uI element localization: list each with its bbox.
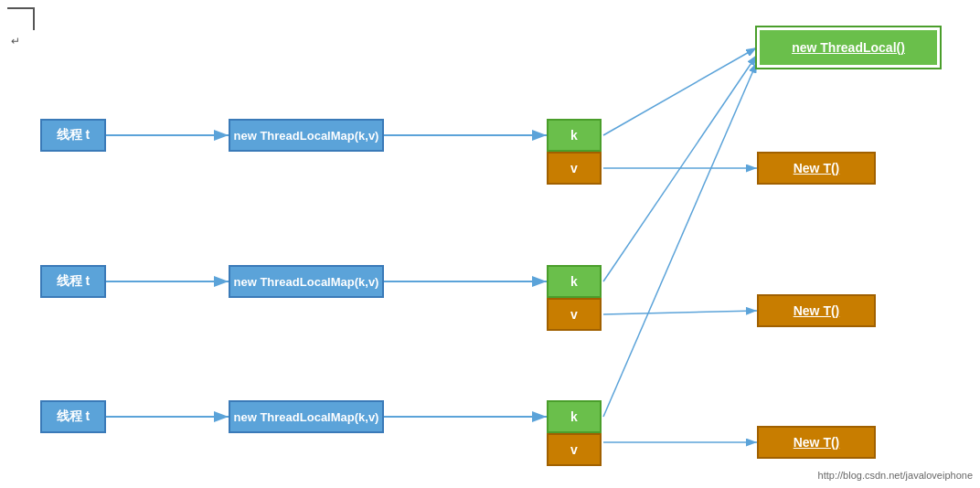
map-label-row1: new ThreadLocalMap(k,v) <box>234 129 379 143</box>
val-box-row3: v <box>547 433 602 466</box>
threadlocal-label: new ThreadLocal() <box>792 40 905 55</box>
svg-line-9 <box>603 62 757 417</box>
key-label-row2: k <box>570 274 578 289</box>
newt-label-row2: New T() <box>794 303 840 318</box>
thread-box-row2: 线程 t <box>40 265 106 298</box>
key-label-row1: k <box>570 128 578 143</box>
thread-label-row1: 线程 t <box>57 127 91 143</box>
corner-decoration <box>7 7 35 30</box>
key-box-row3: k <box>547 400 602 433</box>
thread-label-row2: 线程 t <box>57 273 91 290</box>
threadlocal-box: new ThreadLocal() <box>757 27 940 68</box>
arrows-svg <box>0 0 980 488</box>
map-box-row3: new ThreadLocalMap(k,v) <box>229 400 384 433</box>
svg-line-8 <box>603 55 757 281</box>
map-label-row3: new ThreadLocalMap(k,v) <box>234 410 379 424</box>
map-box-row1: new ThreadLocalMap(k,v) <box>229 119 384 152</box>
map-label-row2: new ThreadLocalMap(k,v) <box>234 275 379 289</box>
watermark: http://blog.csdn.net/javaloveiphone <box>818 470 973 481</box>
val-label-row1: v <box>570 161 578 175</box>
svg-line-11 <box>603 311 757 314</box>
thread-box-row3: 线程 t <box>40 400 106 433</box>
thread-box-row1: 线程 t <box>40 119 106 152</box>
thread-label-row3: 线程 t <box>57 408 91 425</box>
val-box-row1: v <box>547 152 602 185</box>
newt-box-row1: New T() <box>757 152 876 185</box>
key-box-row1: k <box>547 119 602 152</box>
map-box-row2: new ThreadLocalMap(k,v) <box>229 265 384 298</box>
key-label-row3: k <box>570 409 578 424</box>
newt-label-row1: New T() <box>794 161 840 175</box>
val-label-row3: v <box>570 442 578 457</box>
key-box-row2: k <box>547 265 602 298</box>
newt-box-row2: New T() <box>757 294 876 327</box>
val-box-row2: v <box>547 298 602 331</box>
newt-box-row3: New T() <box>757 426 876 459</box>
enter-mark: ↵ <box>11 35 20 48</box>
val-label-row2: v <box>570 307 578 322</box>
newt-label-row3: New T() <box>794 435 840 450</box>
diagram-container: ↵ new T <box>0 0 980 488</box>
svg-line-7 <box>603 48 757 135</box>
